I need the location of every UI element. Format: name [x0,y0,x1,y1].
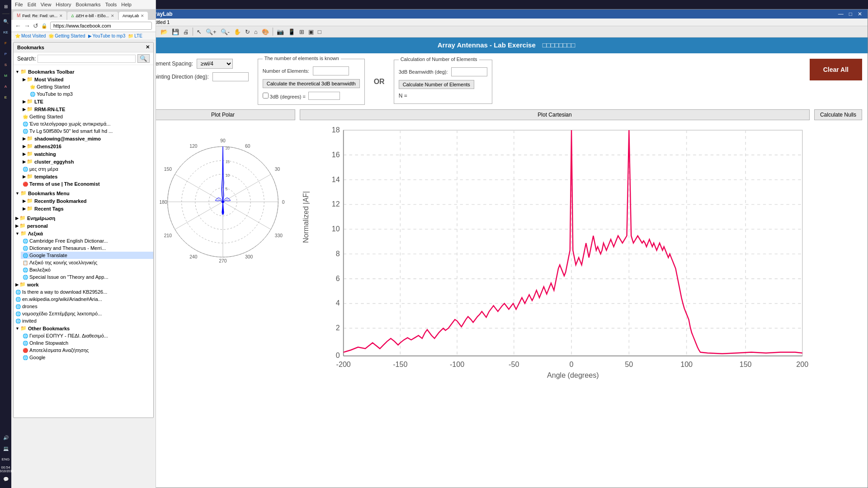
menu-tools[interactable]: Tools [105,2,117,7]
tab-close-arraylab[interactable]: ✕ [141,14,144,18]
bookmarks-close[interactable]: ✕ [146,44,150,50]
tab-arraylab[interactable]: ArrayLab ✕ [119,12,148,20]
element-spacing-select[interactable]: ≥wi/4 λ/2 λ [197,59,233,69]
result-checkbox[interactable] [263,93,269,99]
templates-folder[interactable]: ▶ 📁 templates [21,173,153,180]
taskbar-app-k[interactable]: KE [1,28,10,37]
toolbar-save[interactable]: 💾 [170,28,180,36]
bookmark-special[interactable]: 🌐Special Issue on "Theory and App... [21,273,153,281]
tab-gmail[interactable]: M Fwd: Re: Fwd: un... ✕ [13,11,66,20]
plot-polar-btn[interactable]: Plot Polar [151,109,295,120]
other-bm-folder[interactable]: ▼ 📁 Other Bookmarks [14,324,153,332]
taskbar-app-s[interactable]: S [1,60,10,69]
taskbar-app-f[interactable]: F [1,38,10,47]
bookmark-google-translate[interactable]: 🌐Google Translate [21,252,153,259]
bookmark-merriam[interactable]: 🌐Dictionary and Thesaurus - Merri... [21,244,153,252]
tab-close-gmail[interactable]: ✕ [59,14,63,18]
bookmarks-bar-youtube[interactable]: ▶YouTube to mp3 [88,33,126,38]
taskbar-network-icon[interactable]: 💻 [1,444,10,453]
menu-edit[interactable]: Edit [28,2,36,7]
bookmark-terms[interactable]: 🔴Terms of use | The Economist [21,180,153,188]
bookmark-mes[interactable]: 🌐μες στη μέρα [21,165,153,173]
clear-all-btn[interactable]: Clear All [810,59,862,80]
shadowing-folder[interactable]: ▶ 📁 shadowing@massive_mimo [21,135,153,142]
toolbar-pointer[interactable]: ↖ [195,28,203,36]
enimerosi-folder[interactable]: ▶ 📁 Ενημέρωση [14,214,153,222]
taskbar-app-m[interactable]: M [1,71,10,80]
taskbar-chat-icon[interactable]: 💬 [1,474,10,483]
bookmark-getting-started2[interactable]: 🌟Getting Started [21,113,153,120]
bookmark-youtube[interactable]: 🌐YouTube to mp3 [28,90,153,98]
bookmark-stopwatch[interactable]: 🌐Online Stopwatch [21,339,153,347]
toolbar-phone[interactable]: 📱 [287,28,297,36]
bookmark-telesigr[interactable]: 🌐Ένα τελεσίγραφο χωρίς αντικρισμά... [21,120,153,127]
bookmark-nomos[interactable]: 🌐νομοσχέδιο Σεπτέμβρης λεκτοπρό... [14,310,153,317]
taskbar-lang[interactable]: ENG [1,455,10,464]
cluster-folder[interactable]: ▶ 📁 cluster_eggyhsh [21,158,153,165]
tab-close-deh[interactable]: ✕ [111,14,114,18]
most-visited-folder[interactable]: ▶ 📁 Most Visited [21,75,153,83]
beamwidth-input[interactable] [451,67,487,76]
result-value-input[interactable]: 11.2933 [308,92,340,100]
lexika-folder[interactable]: ▼ 📁 Λεξικά [14,230,153,237]
recently-bookmarked-folder[interactable]: ▶ 📁 Recently Bookmarked [21,197,153,205]
menu-file[interactable]: File [15,2,23,7]
calc-nulls-btn[interactable]: Calculate Nulls [814,109,862,120]
personal-folder[interactable]: ▶ 📁 personal [14,222,153,230]
taskbar-windows-icon[interactable]: ⊞ [1,2,10,11]
bookmark-tv[interactable]: 🌐Tv Lg 50lf580v 50" led smart full hd ..… [21,127,153,135]
nav-reload[interactable]: ↺ [33,22,38,29]
bookmark-vikil[interactable]: 🌐Βικιλεξικό [21,266,153,273]
toolbar-camera[interactable]: 📷 [275,28,285,36]
app-minimize-btn[interactable]: — [836,11,845,17]
bookmark-lexiko[interactable]: 📋Λεξικό της κοινής νεοελληνικής [21,259,153,266]
toolbar-rotate[interactable]: ↻ [244,28,251,36]
bookmark-getting-started[interactable]: 🌟Getting Started [28,83,153,90]
bookmarks-menu-header[interactable]: ▼ 📁 Bookmarks Menu [14,189,153,197]
recent-tags-folder[interactable]: ▶ 📁 Recent Tags [21,205,153,212]
nav-forward[interactable]: → [24,22,30,29]
menu-bookmarks[interactable]: Bookmarks [76,2,101,7]
taskbar-app-a[interactable]: A [1,82,10,91]
bookmarks-bar-getting-started[interactable]: 🌟Getting Started [48,33,85,38]
taskbar-app-e[interactable]: E [1,93,10,102]
bookmark-giatroi[interactable]: 🌐Γιατροί ΕΟΠΥΥ - ΠΕΔΙ. Διαθεσιμό... [21,332,153,339]
plot-cartesian-btn[interactable]: Plot Cartesian [300,109,810,120]
toolbar-print[interactable]: 🖨 [182,28,190,36]
athens-folder[interactable]: ▶ 📁 athens2016 [21,142,153,150]
toolbar-pan[interactable]: ✋ [232,28,242,36]
bookmarks-search-input[interactable] [38,55,136,63]
app-maximize-btn[interactable]: □ [847,11,854,17]
work-folder[interactable]: ▶ 📁 work [14,281,153,288]
bookmark-apotelesm[interactable]: 🔴Αποτελέσματα Αναζήτησης [21,347,153,354]
bookmarks-bar-most-visited[interactable]: ⭐Most Visited [15,33,46,38]
lte-folder[interactable]: ▶ 📁 LTE [21,98,153,105]
toolbar-zoom-out[interactable]: 🔍- [219,28,231,36]
num-elements-input[interactable]: 18 [313,66,349,75]
menu-view[interactable]: View [41,2,52,7]
toolbar-zoom-in[interactable]: 🔍+ [204,28,218,36]
bookmark-wikipedia[interactable]: 🌐en.wikipedia.org/wiki/Ariadne#Aria... [14,296,153,303]
bookmark-drones[interactable]: 🌐drones [14,303,153,310]
bookmarks-toolbar-header[interactable]: ▼ 📁 Bookmarks Toolbar [14,68,153,75]
rrm-folder[interactable]: ▶ 📁 RRM-RN-LTE [21,105,153,113]
taskbar-search-icon[interactable]: 🔍 [1,17,10,26]
bookmarks-bar-lte[interactable]: 📁LTE [128,33,142,38]
calc-beamwidth-btn[interactable]: Calculate the theoretical 3dB beamwidth [263,79,360,88]
pointing-direction-input[interactable]: 90 [212,72,249,81]
menu-help[interactable]: Help [121,2,132,7]
tab-deh[interactable]: Δ ΔΕΗ e-bill - Είδο... ✕ [67,12,118,20]
bookmarks-search-button[interactable]: 🔍 [137,54,150,63]
bookmark-invited[interactable]: 🌐invited [14,317,153,324]
toolbar-window[interactable]: ▣ [307,28,315,36]
taskbar-sound-icon[interactable]: 🔊 [1,433,10,442]
toolbar-reset[interactable]: ⌂ [253,28,259,36]
watching-folder[interactable]: ▶ 📁 watching [21,150,153,158]
toolbar-blank[interactable]: □ [316,28,323,36]
bookmark-kb[interactable]: 🌐Is there a way to download KB29526... [14,288,153,296]
app-close-btn[interactable]: ✕ [856,11,864,17]
taskbar-app-p[interactable]: P [1,49,10,58]
bookmark-google[interactable]: 🌐Google [21,354,153,361]
url-input[interactable] [50,22,152,30]
toolbar-open[interactable]: 📂 [159,28,169,36]
